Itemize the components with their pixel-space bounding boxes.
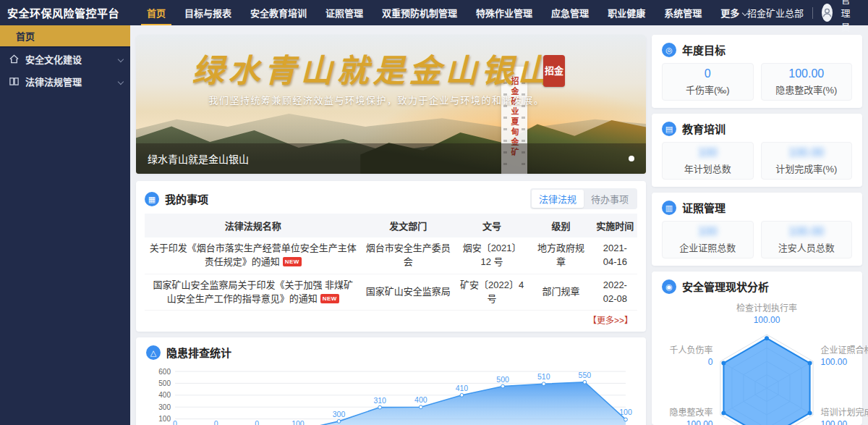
hazard-title: 隐患排查统计 <box>166 345 231 360</box>
analysis-title: 安全管理现状分析 <box>682 279 769 294</box>
nav-occupational-health[interactable]: 职业健康 <box>608 6 645 20</box>
nav-more[interactable]: 更多 <box>720 6 747 20</box>
col-level: 级别 <box>529 214 593 237</box>
header-right: 招金矿业总部 管理员 <box>747 0 858 33</box>
law-link[interactable]: 国家矿山安全监察局关于印发《关于加强 非煤矿山安全生产工作的指导意见》的通知NE… <box>145 274 362 311</box>
matters-icon: ▦ <box>145 192 159 206</box>
nav-safety-training[interactable]: 安全教育培训 <box>250 6 307 20</box>
law-doc-no: 烟安〔2021〕12 号 <box>455 237 529 274</box>
annual-target-card: ◎ 年度目标 0 千伤率(‰) 100.00 隐患整改率(%) <box>652 35 862 108</box>
law-doc-no: 矿安〔2022〕4号 <box>455 274 529 311</box>
top-nav: 首页 目标与报表 安全教育培训 证照管理 双重预防机制管理 特殊作业管理 应急管… <box>147 6 747 20</box>
tab-todo[interactable]: 待办事项 <box>584 190 636 208</box>
law-date: 2021-04-16 <box>593 237 637 274</box>
radar-axis-label: 千人负伤率0 <box>670 345 713 368</box>
banner-caption: 绿水青山就是金山银山 <box>148 151 249 166</box>
radar-axis-label: 隐患整改率100.00 <box>670 408 713 425</box>
svg-text:300: 300 <box>333 410 346 418</box>
zhaojin-seal: 招金 <box>543 55 565 87</box>
nav-dual-prevention[interactable]: 双重预防机制管理 <box>382 6 457 20</box>
law-dept: 烟台市安全生产委员会 <box>362 237 455 274</box>
law-link[interactable]: 关于印发《烟台市落实生产经营单位安全生产主体责任规定》的通知NEW <box>145 237 362 274</box>
radar-axis-label: 检查计划执行率100.00 <box>736 303 797 326</box>
stat-plan-complete-rate: 100.00 计划完成率(%) <box>761 142 853 180</box>
table-row[interactable]: 关于印发《烟台市落实生产经营单位安全生产主体责任规定》的通知NEW 烟台市安全生… <box>145 237 637 274</box>
nav-special-ops[interactable]: 特殊作业管理 <box>476 6 532 20</box>
chevron-down-icon <box>742 10 748 16</box>
annual-target-title: 年度目标 <box>682 42 726 57</box>
app-title: 安全环保风险管控平台 <box>7 5 119 20</box>
new-badge: NEW <box>320 294 339 304</box>
divider <box>812 7 813 19</box>
analysis-card: ◉ 安全管理现状分析 检查计划执行率100.00企业证照合格率100.00培训计… <box>652 272 862 425</box>
nav-home[interactable]: 首页 <box>147 6 166 20</box>
table-header-row: 法律法规名称 发文部门 文号 级别 实施时间 <box>145 214 637 237</box>
stat-license-total: 100 企业证照总数 <box>662 221 754 258</box>
hazard-area-chart: 010030040050060002022-0102022-0202022-03… <box>146 363 636 425</box>
org-name: 招金矿业总部 <box>747 6 804 20</box>
law-level: 地方政府规章 <box>529 237 593 274</box>
matters-tab-toggle: 法律法规 待办事项 <box>530 188 637 209</box>
svg-text:300: 300 <box>158 403 171 411</box>
law-level: 部门规章 <box>529 274 593 311</box>
svg-text:100: 100 <box>619 408 632 417</box>
svg-text:600: 600 <box>158 368 171 376</box>
banner-caption-bar: 绿水青山就是金山银山 <box>136 143 646 174</box>
target-icon: ◎ <box>662 43 676 57</box>
tab-laws[interactable]: 法律法规 <box>532 190 584 208</box>
main-content: 招金矿业夏甸金矿 绿水青山就是金山银山 招金 我们坚持统筹兼顾经济效益与环境保护… <box>130 25 868 425</box>
col-date: 实施时间 <box>593 214 637 237</box>
education-title: 教育培训 <box>682 121 726 136</box>
matters-title: 我的事项 <box>165 191 208 206</box>
stat-plan-total: 100 年计划总数 <box>662 142 754 180</box>
safety-radar-chart: 检查计划执行率100.00企业证照合格率100.00培训计划完成率100.00报… <box>662 303 868 425</box>
stat-safety-officer-total: 100.00 注安人员总数 <box>761 221 853 258</box>
laws-table: 法律法规名称 发文部门 文号 级别 实施时间 关于印发《烟台市落实生产经营单位安… <box>145 214 637 311</box>
home-icon <box>9 54 20 64</box>
user-name[interactable]: 管理员 <box>841 0 858 33</box>
svg-text:310: 310 <box>373 396 386 405</box>
nav-system-mgmt[interactable]: 系统管理 <box>664 6 702 20</box>
svg-text:0: 0 <box>173 419 177 425</box>
person-icon <box>822 7 833 18</box>
banner-headline: 绿水青山就是金山银山 <box>136 45 610 91</box>
chevron-down-icon <box>118 78 124 84</box>
svg-text:100: 100 <box>158 415 171 423</box>
license-card: ▥ 证照管理 100 企业证照总数 100.00 注安人员总数 <box>652 193 862 266</box>
col-law-name: 法律法规名称 <box>145 214 362 237</box>
table-row[interactable]: 国家矿山安全监察局关于印发《关于加强 非煤矿山安全生产工作的指导意见》的通知NE… <box>145 274 637 311</box>
carousel-dot[interactable] <box>629 156 634 161</box>
svg-text:400: 400 <box>414 396 427 405</box>
svg-text:0: 0 <box>255 419 259 425</box>
stat-rectify-rate: 100.00 隐患整改率(%) <box>761 63 853 101</box>
education-icon: ▤ <box>662 122 676 136</box>
sidebar-item-home[interactable]: 首页 <box>0 25 130 48</box>
hazard-icon: △ <box>146 345 161 360</box>
sidebar-item-laws[interactable]: 法律法规管理 <box>0 70 130 93</box>
nav-license-mgmt[interactable]: 证照管理 <box>326 6 363 20</box>
sidebar: 首页 安全文化建设 法律法规管理 <box>0 25 130 425</box>
user-avatar[interactable] <box>822 4 833 22</box>
law-dept: 国家矿山安全监察局 <box>362 274 455 311</box>
radar-axis-label: 培训计划完成率100.00 <box>820 408 868 425</box>
stat-injury-rate: 0 千伤率(‰) <box>662 63 754 101</box>
sidebar-item-safety-culture[interactable]: 安全文化建设 <box>0 48 130 70</box>
col-doc-no: 文号 <box>455 214 529 237</box>
new-badge: NEW <box>283 257 302 267</box>
svg-text:510: 510 <box>537 373 550 382</box>
book-icon <box>9 76 20 87</box>
license-icon: ▥ <box>662 201 676 215</box>
chevron-down-icon <box>118 56 124 62</box>
more-link[interactable]: 【更多>>】 <box>588 316 633 326</box>
banner-carousel: 招金矿业夏甸金矿 绿水青山就是金山银山 招金 我们坚持统筹兼顾经济效益与环境保护… <box>136 35 646 174</box>
banner-subtitle: 我们坚持统筹兼顾经济效益与环境保护，致力于企业与环境的和谐发展。 <box>136 93 617 106</box>
my-matters-card: ▦ 我的事项 法律法规 待办事项 法律法规名称 发文部门 文号 级别 实施时间 <box>136 181 646 332</box>
top-header: 安全环保风险管控平台 首页 目标与报表 安全教育培训 证照管理 双重预防机制管理… <box>0 0 868 25</box>
col-dept: 发文部门 <box>362 214 455 237</box>
svg-text:410: 410 <box>456 384 469 392</box>
svg-text:500: 500 <box>496 375 509 384</box>
nav-emergency[interactable]: 应急管理 <box>551 6 589 20</box>
nav-goals-reports[interactable]: 目标与报表 <box>184 6 231 20</box>
law-date: 2022-02-08 <box>593 274 637 311</box>
license-title: 证照管理 <box>682 200 726 215</box>
